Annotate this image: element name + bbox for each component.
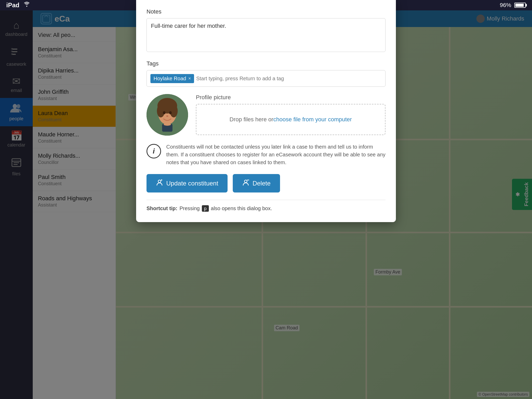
svg-point-17 bbox=[170, 104, 178, 117]
delete-button-label: Delete bbox=[252, 180, 270, 187]
update-button-label: Update constituent bbox=[166, 180, 218, 187]
shortcut-key: p bbox=[202, 205, 209, 212]
profile-pic-label: Profile picture bbox=[196, 94, 385, 101]
svg-point-24 bbox=[244, 180, 247, 183]
tag-text: Hoylake Road bbox=[154, 76, 186, 82]
choose-file-link[interactable]: choose file from your computer bbox=[273, 116, 352, 123]
profile-pic-section: Profile picture Drop files here or choos… bbox=[147, 94, 385, 136]
info-icon: i bbox=[147, 144, 161, 158]
drop-zone[interactable]: Drop files here or choose file from your… bbox=[196, 104, 385, 135]
delete-icon bbox=[242, 179, 249, 188]
svg-point-19 bbox=[169, 111, 172, 114]
tag-input[interactable] bbox=[196, 76, 382, 82]
shortcut-tip-text: Pressing bbox=[179, 205, 200, 211]
tag-remove-button[interactable]: × bbox=[188, 76, 191, 81]
tag-chip: Hoylake Road × bbox=[150, 74, 194, 83]
profile-right: Profile picture Drop files here or choos… bbox=[196, 94, 385, 135]
battery-icon bbox=[514, 3, 526, 8]
svg-point-18 bbox=[163, 111, 165, 114]
battery-percent: 96% bbox=[500, 2, 511, 9]
delete-button[interactable]: Delete bbox=[233, 174, 280, 192]
update-constituent-button[interactable]: Update constituent bbox=[147, 174, 228, 192]
profile-avatar bbox=[147, 94, 188, 136]
device-label: iPad bbox=[6, 2, 19, 9]
svg-point-22 bbox=[164, 123, 171, 126]
notes-section: Notes Full-time carer for her mother. bbox=[147, 8, 385, 53]
drop-zone-text: Drop files here or bbox=[230, 116, 274, 123]
svg-point-16 bbox=[157, 104, 165, 117]
modal-dialog: Notes Full-time carer for her mother. Ta… bbox=[136, 0, 396, 222]
notes-label: Notes bbox=[147, 8, 385, 15]
tags-label: Tags bbox=[147, 60, 385, 67]
update-icon bbox=[156, 179, 163, 188]
wifi-icon bbox=[24, 2, 30, 9]
tags-container[interactable]: Hoylake Road × bbox=[147, 70, 385, 87]
modal-buttons: Update constituent Delete bbox=[147, 174, 385, 192]
modal-divider bbox=[147, 200, 385, 200]
tags-section: Tags Hoylake Road × bbox=[147, 60, 385, 87]
shortcut-tip: Shortcut tip: Pressing p also opens this… bbox=[147, 205, 385, 212]
svg-point-20 bbox=[166, 115, 168, 117]
info-notice: i Constituents will not be contacted unl… bbox=[147, 143, 385, 166]
shortcut-tip-label: Shortcut tip: bbox=[147, 205, 177, 211]
svg-point-23 bbox=[158, 180, 161, 183]
shortcut-tip-end: also opens this dialog box. bbox=[211, 205, 272, 211]
info-text: Constituents will not be contacted unles… bbox=[166, 143, 385, 166]
notes-textarea[interactable]: Full-time carer for her mother. bbox=[147, 18, 385, 52]
